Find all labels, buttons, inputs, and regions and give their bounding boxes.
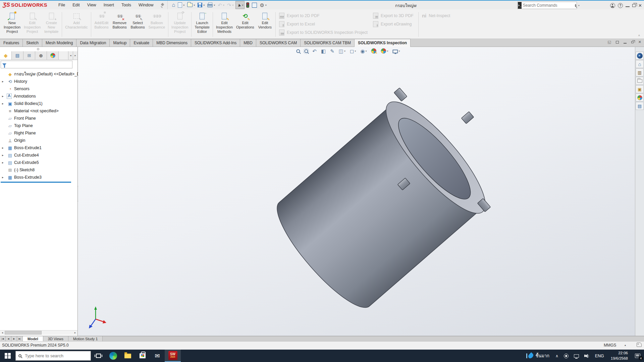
remove-balloons-button[interactable]: ①①✕ Remove Balloons [111,11,129,38]
tree-item-top-plane[interactable]: ▱ Top Plane [0,122,77,129]
tab-data-migration[interactable]: Data Migration [76,39,110,47]
tab-features[interactable]: Features [0,39,23,47]
tab-mbd-dimensions[interactable]: MBD Dimensions [153,39,191,47]
store-button[interactable] [135,350,150,362]
net-inspect-button[interactable]: niNet-Inspect [420,13,453,18]
tree-item-boss-extrude1[interactable]: ▸ ▦ Boss-Extrude1 [0,144,77,152]
save-button[interactable]: ▾ [197,1,206,9]
expand-arrow-icon[interactable]: ▸ [2,154,7,157]
document-minimize-button[interactable] [624,43,627,44]
export-to-2d-pdf-button[interactable]: PDFExport to 2D PDF [277,13,371,19]
home-button[interactable]: ⌂ [171,1,176,9]
select-tool-button[interactable]: ►▾ [235,1,245,9]
apply-scene-button[interactable]: ▾ [380,48,389,54]
previous-view-button[interactable]: ↶ [312,48,317,54]
design-library-button[interactable]: ▥ [636,68,644,76]
tree-item-history[interactable]: ▸ ⟲ History [0,78,77,85]
appearances-scenes-button[interactable] [636,94,644,102]
tab-solidworks-cam-tbm[interactable]: SOLIDWORKS CAM TBM [300,39,355,47]
expand-arrow-icon[interactable]: ▸ [2,161,7,164]
displaymanager-tab[interactable] [47,51,59,60]
create-new-template-button[interactable]: + Create New template [42,11,60,38]
update-inspection-project-button[interactable]: ⟳ Update Inspection Project [170,11,190,38]
menu-tools[interactable]: Tools [118,1,135,9]
clock[interactable]: 22:06 19/6/2568 [607,351,631,361]
viewport-canvas[interactable]: ↶ ◧ ✎ ◫▾ ◻▾ ◉▾ ✎ ▾ ▾ [78,47,635,336]
redo-button[interactable]: ↷▾ [226,1,235,9]
tree-root[interactable]: ◆ กรอบใหญ่w (Default) <<Default>_Displ [0,70,77,78]
help-icon[interactable]: ? [618,3,623,8]
weather-widget[interactable]: ชื้นมาก [523,350,552,362]
print-button[interactable]: ▾ [206,1,216,9]
home-pane-button[interactable]: ⌂ [636,60,644,68]
export-to-3d-pdf-button[interactable]: 3DExport to 3D PDF [371,13,417,19]
first-tab-button[interactable]: |◀ [0,336,6,341]
scrollbar-thumb[interactable] [5,331,42,335]
tree-item-origin[interactable]: ⊥ Origin [0,137,77,144]
3d-model-cylinder[interactable] [78,47,635,336]
tab-mesh-modeling[interactable]: Mesh Modeling [42,39,76,47]
featuremanager-tab[interactable]: ◆ [0,51,12,60]
export-to-solidworks-inspection-project-button[interactable]: SWExport to SOLIDWORKS Inspection Projec… [277,29,371,36]
close-button[interactable]: ✕ [638,3,642,8]
file-explorer-button[interactable] [120,350,135,362]
tree-item-cut-extrude4[interactable]: ▸ ▤ Cut-Extrude4 [0,152,77,159]
expand-arrow-icon[interactable]: ▸ [2,146,7,149]
menu-file[interactable]: File [55,1,69,9]
menu-window[interactable]: Window [135,1,157,9]
tree-item-sensors[interactable]: ◔ Sensors [0,85,77,93]
expand-arrow-icon[interactable]: ▸ [2,80,7,83]
search-icon[interactable] [575,4,576,7]
document-maximize-button[interactable] [616,41,619,44]
configurationmanager-tab[interactable]: ⊞ [23,51,35,60]
file-explorer-pane-button[interactable] [636,77,644,85]
tree-item-material[interactable]: ≡ Material <not specified> [0,107,77,115]
last-tab-button[interactable]: ▶| [17,336,23,341]
panel-tab-scroll-left[interactable]: ◂ [68,51,73,60]
taskbar-search[interactable] [15,351,91,361]
tab-solidworks-inspection[interactable]: SOLIDWORKS Inspection [354,39,411,47]
model-tab[interactable]: Model [23,336,43,341]
new-inspection-project-button[interactable]: ✱✔ New Inspection Project [2,11,22,38]
export-to-excel-button[interactable]: XExport to Excel [277,21,371,27]
tab-evaluate[interactable]: Evaluate [130,39,153,47]
hidden-icons-button[interactable]: ∧ [553,354,561,358]
tab-sketch[interactable]: Sketch [22,39,42,47]
task-view-button[interactable] [91,350,106,362]
add-characteristic-button[interactable]: ✎ Add Characteristic [63,11,89,38]
dock-pane-icon[interactable]: ◱ [607,40,611,44]
tree-item-front-plane[interactable]: ▱ Front Plane [0,115,77,122]
search-dropdown-caret[interactable]: ▾ [578,4,580,7]
export-edrawing-button[interactable]: eExport eDrawing [371,21,417,27]
edit-vendors-button[interactable]: ✎ Edit Vendors [256,11,274,38]
menu-insert[interactable]: Insert [100,1,118,9]
units-caret-icon[interactable]: ▴ [625,344,626,347]
propertymanager-tab[interactable]: ▤ [12,51,23,60]
select-balloons-button[interactable]: ①①↖ Select Balloons [129,11,147,38]
scroll-right-arrow[interactable]: ▸ [73,330,77,335]
previous-tab-button[interactable]: ◀ [6,336,11,341]
restore-button[interactable] [632,4,636,7]
view-orientation-button[interactable]: ◫▾ [338,48,346,54]
edit-inspection-project-button[interactable]: ✎ Edit Inspection Project [22,11,42,38]
search-commands-input[interactable] [523,3,575,8]
tab-mbd[interactable]: MBD [240,39,256,47]
undo-button[interactable]: ↶▾ [217,1,225,9]
section-view-button[interactable]: ◧ [320,48,326,54]
hide-show-items-button[interactable]: ◉▾ [360,48,367,54]
notification-center-button[interactable]: 4 [631,350,644,362]
tab-solidworks-cam[interactable]: SOLIDWORKS CAM [256,39,301,47]
tree-item-boss-extrude3[interactable]: ▸ ▦ Boss-Extrude3 [0,174,77,181]
next-tab-button[interactable]: ▶ [11,336,17,341]
rollback-bar[interactable] [1,182,71,183]
dimxpertmanager-tab[interactable]: ⊕ [35,51,47,60]
tree-item-sketch8[interactable]: ⊞ (-) Sketch8 [0,166,77,174]
properties-button[interactable] [251,1,258,9]
3dexperience-button[interactable]: ▶ [636,52,644,60]
motion-study-tab[interactable]: Motion Study 1 [68,336,103,341]
zoom-to-area-button[interactable] [304,49,309,53]
edit-operations-button[interactable]: ⟲✎ Edit Operations [234,11,256,38]
tree-item-right-plane[interactable]: ▱ Right Plane [0,129,77,137]
tag-icon[interactable] [637,343,642,347]
document-restore-button[interactable] [631,41,634,43]
